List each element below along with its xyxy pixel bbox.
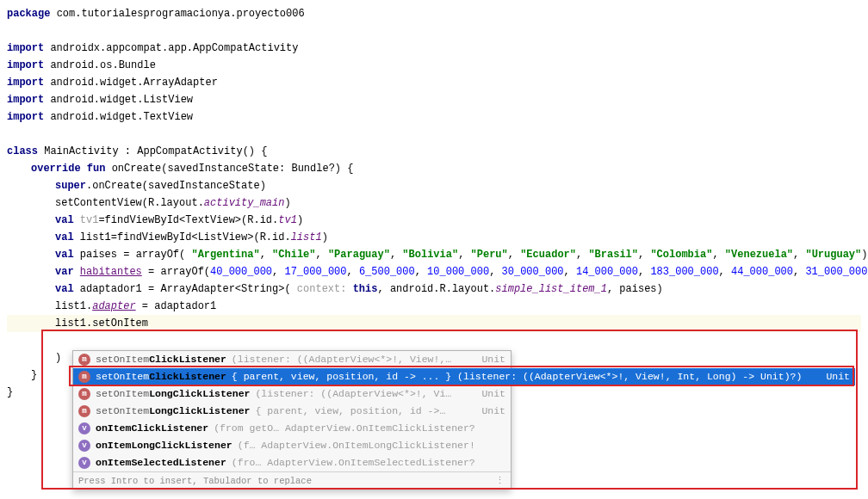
- autocomplete-item[interactable]: msetOnItemClickListener(listener: ((Adap…: [73, 351, 511, 368]
- autocomplete-item[interactable]: msetOnItemLongClickListener { parent, vi…: [73, 403, 511, 420]
- kw-import: import: [7, 42, 44, 54]
- adapter-assign: = adaptador1: [136, 300, 217, 312]
- completion-return-type: Unit: [474, 351, 505, 368]
- completion-signature: { parent, view, position, id -> ... } (l…: [232, 368, 815, 385]
- code-editor[interactable]: package com.tutorialesprogramacionya.pro…: [0, 0, 868, 406]
- var-habitantes: habitantes: [80, 266, 142, 278]
- completion-signature: (fro… AdapterView.OnItemSelectedListener…: [232, 454, 505, 471]
- kw-import: import: [7, 94, 44, 106]
- string-literal: "Uruguay": [805, 249, 861, 261]
- kw-import: import: [7, 77, 44, 89]
- class-sig: : AppCompatActivity() {: [119, 145, 268, 157]
- completion-name: setOnItemClickListener: [96, 351, 226, 368]
- tv1-id: tv1: [278, 214, 297, 226]
- list1-ref: list1.: [55, 300, 92, 312]
- string-literal: "Chile": [272, 249, 315, 261]
- string-literal: "Brasil": [588, 249, 638, 261]
- number-literal: 10_000_000: [427, 266, 489, 278]
- method-icon: m: [78, 405, 90, 417]
- kw-class: class: [7, 145, 38, 157]
- list1-assign: =findViewById<ListView>(R.id.: [111, 231, 291, 243]
- layout-id: activity_main: [204, 197, 285, 209]
- var-list1: list1: [80, 231, 111, 243]
- paren: ): [284, 197, 290, 209]
- habitantes-eq: = arrayOf(: [142, 266, 210, 278]
- string-literal: "Paraguay": [328, 249, 390, 261]
- autocomplete-item[interactable]: vonItemSelectedListener (fro… AdapterVie…: [73, 454, 511, 471]
- completion-name: onItemLongClickListener: [96, 437, 232, 454]
- kw-val: val: [55, 249, 74, 261]
- method-icon: m: [78, 371, 90, 383]
- string-literal: "Bolivia": [402, 249, 458, 261]
- adaptador1-eq: = ArrayAdapter<String>(: [142, 283, 297, 295]
- oncreate-sig: onCreate(savedInstanceState: Bundle?) {: [112, 163, 354, 175]
- kw-var: var: [55, 266, 74, 278]
- method-icon: m: [78, 354, 90, 366]
- kw-import: import: [7, 111, 44, 123]
- string-literal: "Colombia": [650, 249, 712, 261]
- context-hint: context:: [297, 283, 353, 295]
- kw-val: val: [55, 214, 74, 226]
- var-adaptador1: adaptador1: [80, 283, 142, 295]
- package-name: com.tutorialesprogramacionya.proyecto006: [57, 8, 305, 20]
- completion-signature: (from getO… AdapterView.OnItemClickListe…: [214, 420, 505, 437]
- completion-name: onItemClickListener: [96, 420, 208, 437]
- import-2: android.widget.ArrayAdapter: [50, 77, 217, 89]
- string-literal: "Ecuador": [520, 249, 576, 261]
- number-literal: 31_000_000: [805, 266, 867, 278]
- completion-name: onItemSelectedListener: [96, 454, 226, 471]
- completion-signature: { parent, view, position, id ->…: [255, 403, 469, 420]
- completion-return-type: Unit: [474, 403, 505, 420]
- completion-return-type: Unit: [474, 385, 505, 403]
- list-item: simple_list_item_1: [495, 283, 607, 295]
- kw-this: this: [353, 283, 378, 295]
- autocomplete-item[interactable]: vonItemLongClickListener (f… AdapterView…: [73, 437, 511, 454]
- variable-icon: v: [78, 440, 90, 452]
- variable-icon: v: [78, 457, 90, 469]
- method-icon: m: [78, 388, 90, 400]
- var-paises: paises: [80, 249, 117, 261]
- habitantes-line: var habitantes = arrayOf(40_000_000, 17_…: [7, 263, 861, 280]
- number-literal: 40_000_000: [210, 266, 272, 278]
- completion-name: setOnItemClickListener: [96, 368, 226, 385]
- number-literal: 17_000_000: [284, 266, 346, 278]
- brace-close: }: [31, 369, 37, 381]
- brace-close: }: [7, 386, 13, 398]
- super-call: .onCreate(savedInstanceState): [86, 180, 266, 192]
- import-3: android.widget.ListView: [50, 94, 193, 106]
- number-literal: 14_000_000: [576, 266, 638, 278]
- tv1-assign: =findViewById<TextView>(R.id.: [98, 214, 278, 226]
- import-1: android.os.Bundle: [50, 59, 155, 71]
- completion-signature: (listener: ((AdapterView<*>!, Vi…: [255, 385, 469, 403]
- autocomplete-item[interactable]: vonItemClickListener (from getO… Adapter…: [73, 420, 511, 437]
- kw-val: val: [55, 283, 74, 295]
- adaptador1-tail: , paises): [607, 283, 663, 295]
- autocomplete-item[interactable]: msetOnItemClickListener { parent, view, …: [73, 368, 855, 385]
- paises-eq: = arrayOf(: [117, 249, 191, 261]
- completion-name: setOnItemLongClickListener: [96, 403, 250, 420]
- string-literal: "Venezuela": [725, 249, 793, 261]
- number-literal: 44_000_000: [731, 266, 793, 278]
- kw-val: val: [55, 231, 74, 243]
- completion-signature: (listener: ((AdapterView<*>!, View!,…: [232, 351, 470, 368]
- import-0: androidx.appcompat.app.AppCompatActivity: [50, 42, 298, 54]
- adapter-prop: adapter: [92, 300, 135, 312]
- paren: ): [322, 231, 328, 243]
- completion-signature: (f… AdapterView.OnItemLongClickListener!: [238, 437, 505, 454]
- kw-import: import: [7, 59, 44, 71]
- list1-seton: list1.setOnItem: [55, 317, 148, 330]
- kw-super: super: [55, 180, 86, 192]
- completion-name: setOnItemLongClickListener: [96, 385, 250, 403]
- kw-fun: fun: [87, 163, 106, 175]
- list1-id: list1: [291, 231, 322, 243]
- setcontentview: setContentView(R.layout.: [55, 197, 204, 209]
- more-icon[interactable]: ⋮: [495, 472, 506, 490]
- adaptador1-rest: , android.R.layout.: [377, 283, 495, 295]
- import-4: android.widget.TextView: [50, 111, 193, 123]
- kw-package: package: [7, 8, 50, 20]
- autocomplete-popup[interactable]: msetOnItemClickListener(listener: ((Adap…: [72, 350, 512, 490]
- number-literal: 183_000_000: [650, 266, 718, 278]
- popup-hint: Press Intro to insert, Tabulador to repl…: [78, 472, 312, 490]
- autocomplete-item[interactable]: msetOnItemLongClickListener(listener: ((…: [73, 385, 511, 403]
- string-literal: "Argentina": [191, 249, 259, 261]
